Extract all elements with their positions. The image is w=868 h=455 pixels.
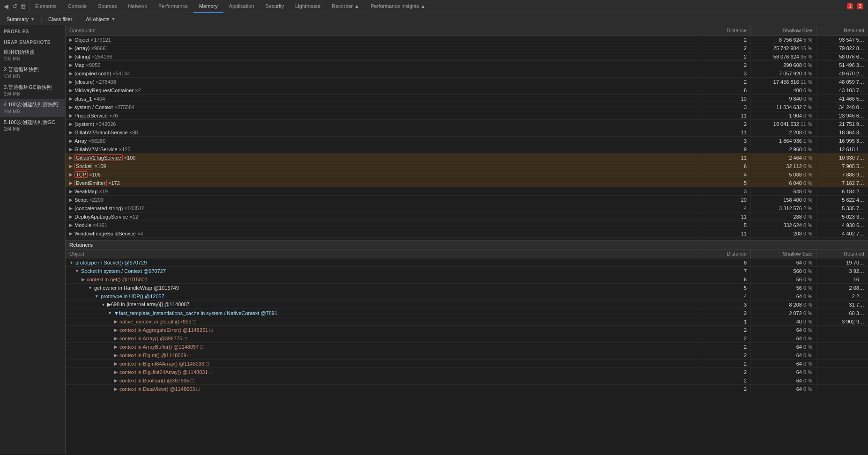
- tab-elements[interactable]: Elements: [30, 0, 62, 13]
- table-row[interactable]: ▶WeakMap ×19 3 648 0 % 6 184 2…: [66, 187, 868, 196]
- sidebar-item-4[interactable]: 5.100次创建队列后GC 164 MB: [0, 117, 65, 134]
- ret-th-shallow[interactable]: Shallow Size: [751, 250, 816, 258]
- td-distance: 20: [699, 196, 751, 204]
- table-row[interactable]: ▶system / Context ×275584 3 11 834 632 7…: [66, 103, 868, 111]
- ret-expand: ▶: [114, 353, 118, 358]
- tab-recorder[interactable]: Recorder ▲: [326, 0, 365, 13]
- retainer-row[interactable]: ▶context in AggregateError() @1148251 □ …: [66, 326, 868, 334]
- td-shallow: 3 312 576 2 %: [751, 204, 816, 212]
- tab-network[interactable]: Network: [123, 0, 153, 13]
- td-name: ▶(array) ×96661: [66, 44, 699, 52]
- table-row[interactable]: ▶ProjectService ×76 11 1 904 0 % 23 946 …: [66, 111, 868, 120]
- td-retained: 51 496 3…: [816, 61, 868, 69]
- retainers-body[interactable]: ▼prototype in Socket() @970729 8 64 0 % …: [66, 258, 868, 454]
- sidebar-item-2[interactable]: 3.普通循环GC后快照 134 MB: [0, 82, 65, 99]
- sidebar-item-3[interactable]: 4.100次创建队列后快照 164 MB: [0, 99, 65, 117]
- retainer-row[interactable]: ▶context in Array() @396775 □ 2 64 0 %: [66, 334, 868, 343]
- td-distance: 11: [699, 229, 751, 237]
- td-shallow: 8 756 624 5 %: [751, 36, 816, 44]
- constructor-name: Object: [74, 37, 89, 43]
- table-row[interactable]: ▶(string) ×254166 2 58 076 624 35 % 58 0…: [66, 52, 868, 61]
- td-shallow: 2 464 0 %: [751, 154, 816, 161]
- table-row[interactable]: ▶Array ×58280 3 1 864 936 1 % 16 995 3…: [66, 137, 868, 145]
- retainer-row[interactable]: ▶context in get() @1015801 6 56 0 % 16…: [66, 275, 868, 284]
- retainer-row[interactable]: ▶context in DataView() @1148003 □ 2 64 0…: [66, 385, 868, 393]
- ret-td-distance: 2: [699, 343, 751, 351]
- ret-th-object[interactable]: Object: [66, 250, 699, 258]
- ret-th-retained[interactable]: Retained: [816, 250, 868, 258]
- table-row[interactable]: ▶(array) ×96661 2 25 742 904 16 % 79 822…: [66, 44, 868, 52]
- td-name: ▶ProjectService ×76: [66, 111, 699, 119]
- table-row[interactable]: ▶TCP ×106 4 5 088 0 % 7 886 9…: [66, 170, 868, 179]
- table-row[interactable]: ▶MidwayRequestContainer ×2 8 400 0 % 43 …: [66, 86, 868, 95]
- td-retained: 18 364 3…: [816, 128, 868, 136]
- ret-expand: ▶: [114, 361, 118, 366]
- tab-performance-insights[interactable]: Performance insights ▲: [365, 0, 431, 13]
- td-retained: 12 618 1…: [816, 145, 868, 153]
- table-row[interactable]: ▶Map ×9056 2 290 608 0 % 51 496 3…: [66, 61, 868, 69]
- retainers-section: Retainers Object Distance Shallow Size R…: [66, 240, 868, 454]
- tab-lighthouse[interactable]: Lighthouse: [289, 0, 326, 13]
- th-retained[interactable]: Retained: [816, 25, 868, 35]
- retainer-row[interactable]: ▶context in BigInt64Array() @1148033 □ 2…: [66, 360, 868, 368]
- ret-td-object: ▼prototype in UDP() @12057: [66, 292, 699, 300]
- ret-th-distance[interactable]: Distance: [699, 250, 751, 258]
- table-row[interactable]: ▶(compiled code) ×54144 3 7 057 920 4 % …: [66, 69, 868, 78]
- table-row[interactable]: ▶Object ×179121 2 8 756 624 5 % 93 547 5…: [66, 36, 868, 44]
- tab-sources[interactable]: Sources: [92, 0, 122, 13]
- tab-console[interactable]: Console: [62, 0, 92, 13]
- back-icon[interactable]: ◀: [3, 3, 9, 10]
- table-row[interactable]: ▶EventEmitter ×172 5 6 040 0 % 7 182 7…: [66, 179, 868, 187]
- class-filter-button[interactable]: Class filter: [45, 15, 76, 23]
- content-area: Constructor Distance Shallow Size Retain…: [66, 25, 868, 454]
- table-row[interactable]: ▶class_1 ×404 10 9 840 0 % 41 466 5…: [66, 95, 868, 103]
- retainer-row[interactable]: ▶context in ArrayBuffer() @1148057 □ 2 6…: [66, 343, 868, 351]
- td-retained: 6 184 2…: [816, 187, 868, 195]
- constructor-table-body[interactable]: ▶Object ×179121 2 8 756 624 5 % 93 547 5…: [66, 36, 868, 240]
- table-row[interactable]: ▶(closure) ×278408 2 17 456 816 11 % 48 …: [66, 78, 868, 86]
- badge-1: 1: [847, 3, 853, 9]
- td-distance: 9: [699, 145, 751, 153]
- retainer-row[interactable]: ▼Socket in system / Context @970727 7 56…: [66, 267, 868, 275]
- constructor-name: TCP: [74, 171, 88, 178]
- td-shallow: 17 456 816 11 %: [751, 78, 816, 86]
- table-row[interactable]: ▶GitlabV2BranchService ×88 11 2 208 0 % …: [66, 128, 868, 137]
- tab-performance[interactable]: Performance: [153, 0, 193, 13]
- retainer-row[interactable]: ▼▼fast_template_instantiations_cache in …: [66, 309, 868, 317]
- table-row[interactable]: ▶(system) ×342026 2 18 041 632 11 % 21 7…: [66, 120, 868, 128]
- table-row[interactable]: ▶WindowImageBuildService ×4 11 208 0 % 4…: [66, 229, 868, 238]
- retainer-row[interactable]: ▶native_context in global @7893 □ 1 40 0…: [66, 317, 868, 326]
- tab-memory[interactable]: Memory: [193, 0, 223, 13]
- table-row[interactable]: ▶Script ×2200 20 158 400 0 % 5 622 4…: [66, 196, 868, 204]
- ret-td-object: ▶context in get() @1015801: [66, 275, 699, 283]
- all-objects-button[interactable]: All objects ▼: [82, 15, 119, 23]
- retainer-row[interactable]: ▼prototype in Socket() @970729 8 64 0 % …: [66, 258, 868, 267]
- retainer-row[interactable]: ▼▶698 in (internal array)[] @1148087 3 8…: [66, 301, 868, 309]
- ret-expand: ▶: [114, 378, 118, 383]
- retainer-row[interactable]: ▼prototype in UDP() @12057 4 64 0 % 2 2…: [66, 292, 868, 301]
- sidebar-item-0[interactable]: 应用初始快照 133 MB: [0, 47, 65, 64]
- retainer-row[interactable]: ▶context in Boolean() @397865 □ 2 64 0 %: [66, 376, 868, 385]
- sidebar-item-1[interactable]: 2.普通循环快照 134 MB: [0, 64, 65, 81]
- trash-icon[interactable]: 🗑: [20, 3, 26, 10]
- ret-expand: ▼: [108, 311, 112, 316]
- table-row[interactable]: ▶DeployAppLogsService ×12 11 288 0 % 5 0…: [66, 213, 868, 221]
- th-distance[interactable]: Distance: [699, 25, 751, 35]
- retainer-row[interactable]: ▶context in BigUint64Array() @1148031 □ …: [66, 368, 868, 376]
- summary-button[interactable]: Summary ▼: [3, 15, 38, 23]
- table-row[interactable]: ▶(concatenated string) ×103518 4 3 312 5…: [66, 204, 868, 213]
- table-row[interactable]: ▶GitlabV2MrService ×120 9 2 960 0 % 12 6…: [66, 145, 868, 154]
- table-row[interactable]: ▶GitlabV2TagService ×100 11 2 464 0 % 10…: [66, 154, 868, 162]
- retainer-row[interactable]: ▶context in BigInt() @1148069 □ 2 64 0 %: [66, 351, 868, 360]
- td-name: ▶(string) ×254166: [66, 52, 699, 60]
- th-constructor[interactable]: Constructor: [66, 25, 699, 35]
- table-row[interactable]: ▶Socket ×109 6 32 112 0 % 7 905 5…: [66, 162, 868, 170]
- refresh-icon[interactable]: ↺: [11, 3, 18, 10]
- td-distance: 2: [699, 120, 751, 128]
- td-distance: 4: [699, 170, 751, 178]
- table-row[interactable]: ▶Module ×4161 5 332 624 0 % 4 930 6…: [66, 221, 868, 229]
- tab-security[interactable]: Security: [260, 0, 289, 13]
- th-shallow-size[interactable]: Shallow Size: [751, 25, 816, 35]
- retainer-row[interactable]: ▼get owner in HandleWrap @1015749 5 56 0…: [66, 284, 868, 292]
- tab-application[interactable]: Application: [223, 0, 260, 13]
